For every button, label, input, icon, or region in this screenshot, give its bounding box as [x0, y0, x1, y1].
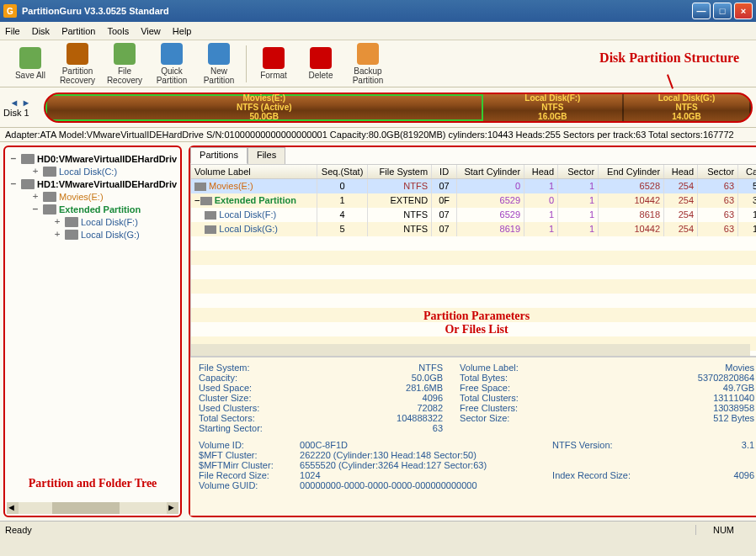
col-header[interactable]: Head: [524, 165, 558, 178]
col-header[interactable]: Volume Label: [191, 165, 317, 178]
table-row[interactable]: Movies(E:)0NTFS070116528254635: [191, 179, 756, 193]
titlebar: G PartitionGuru V3.3.0525 Standard — □ ×: [0, 0, 756, 22]
maximize-button[interactable]: □: [713, 3, 732, 19]
tool-format[interactable]: Format: [250, 47, 297, 80]
tool-icon: [208, 43, 230, 65]
annotation-params: Partition ParametersOr Files List: [423, 310, 530, 336]
tool-icon: [114, 43, 136, 65]
tree-node[interactable]: +Local Disk(G:): [52, 228, 177, 241]
disk-label: Disk 1: [3, 108, 37, 118]
app-icon: G: [3, 4, 17, 18]
col-header[interactable]: Head: [664, 165, 698, 178]
tree-scrollbar[interactable]: ◄►: [7, 502, 178, 514]
col-header[interactable]: Sector: [558, 165, 599, 178]
status-ready: Ready: [5, 525, 32, 535]
tool-icon: [263, 47, 285, 69]
tool-icon: [67, 43, 88, 65]
tree-node[interactable]: −HD1:VMwareVirtualIDEHardDriv: [8, 177, 177, 190]
col-header[interactable]: ID: [432, 165, 457, 178]
partition-Local Disk(F:)[interactable]: Local Disk(F:)NTFS16.0GB: [483, 94, 625, 121]
annotation-tree: Partition and Folder Tree: [5, 477, 180, 490]
menu-partition[interactable]: Partition: [61, 26, 95, 36]
partition-Local Disk(G:)[interactable]: Local Disk(G:)NTFS14.0GB: [624, 94, 751, 121]
tool-icon: [161, 43, 183, 65]
table-row[interactable]: −Extended Partition1EXTEND0F652901104422…: [191, 193, 756, 208]
col-header[interactable]: File System: [368, 165, 432, 178]
partition-Movies(E:)[interactable]: Movies(E:)NTFS (Active)50.0GB: [45, 94, 483, 121]
grid-scrollbar[interactable]: [191, 344, 750, 356]
tool-backup-partition[interactable]: Backup Partition: [344, 43, 391, 85]
tool-file-recovery[interactable]: File Recovery: [101, 43, 148, 85]
tool-save-all[interactable]: Save All: [7, 47, 54, 80]
disk-structure-row: ◄ ► Disk 1 Movies(E:)NTFS (Active)50.0GB…: [0, 87, 756, 128]
tool-icon: [357, 43, 379, 65]
col-header[interactable]: Start Cylinder: [457, 165, 524, 178]
toolbar: Save AllPartition RecoveryFile RecoveryQ…: [0, 40, 756, 87]
menu-file[interactable]: File: [5, 26, 20, 36]
partition-details-pane: Partitions Files Volume LabelSeq.(Stat)F…: [189, 146, 756, 517]
disk-info-line: Adapter:ATA Model:VMwareVirtualIDEHardDr…: [0, 128, 756, 142]
menu-tools[interactable]: Tools: [107, 26, 129, 36]
menu-disk[interactable]: Disk: [32, 26, 50, 36]
tree-node[interactable]: −Extended Partition: [30, 203, 177, 215]
partition-tree-pane: −HD0:VMwareVirtualIDEHardDriv+Local Disk…: [3, 146, 182, 517]
col-header[interactable]: Seq.(Stat): [317, 165, 368, 178]
disk-nav-arrows[interactable]: ◄ ►: [3, 98, 37, 108]
menu-view[interactable]: View: [141, 26, 161, 36]
statusbar: Ready NUM: [0, 521, 756, 537]
annotation-structure: Disk Partition Structure: [599, 50, 739, 66]
partition-details: File System:NTFSVolume Label:MoviesCapac…: [190, 357, 756, 516]
tool-icon: [310, 47, 332, 69]
tool-delete[interactable]: Delete: [297, 47, 344, 80]
minimize-button[interactable]: —: [692, 3, 711, 19]
tab-partitions[interactable]: Partitions: [190, 147, 248, 164]
tool-new-partition[interactable]: New Partition: [195, 43, 242, 85]
menubar: FileDiskPartitionToolsViewHelp: [0, 22, 756, 40]
status-num: NUM: [695, 525, 751, 535]
close-button[interactable]: ×: [734, 3, 753, 19]
table-row[interactable]: Local Disk(G:)5NTFS0786191110442254631: [191, 222, 756, 236]
tree-node[interactable]: +Local Disk(C:): [30, 165, 177, 177]
tool-partition-recovery[interactable]: Partition Recovery: [54, 43, 101, 85]
table-row[interactable]: Local Disk(F:)4NTFS076529118618254631: [191, 208, 756, 222]
col-header[interactable]: End Cylinder: [599, 165, 664, 178]
col-header[interactable]: Ca: [738, 165, 756, 178]
tool-icon: [19, 47, 41, 69]
tree-node[interactable]: +Movies(E:): [30, 190, 177, 203]
tool-quick-partition[interactable]: Quick Partition: [148, 43, 195, 85]
tree-node[interactable]: −HD0:VMwareVirtualIDEHardDriv: [8, 152, 177, 165]
menu-help[interactable]: Help: [173, 26, 192, 36]
partition-grid: Volume LabelSeq.(Stat)File SystemIDStart…: [190, 164, 756, 357]
window-title: PartitionGuru V3.3.0525 Standard: [22, 6, 692, 16]
tree-node[interactable]: +Local Disk(F:): [52, 215, 177, 228]
col-header[interactable]: Sector: [698, 165, 738, 178]
disk-bar[interactable]: Movies(E:)NTFS (Active)50.0GBLocal Disk(…: [44, 93, 753, 123]
tab-files[interactable]: Files: [248, 147, 285, 164]
